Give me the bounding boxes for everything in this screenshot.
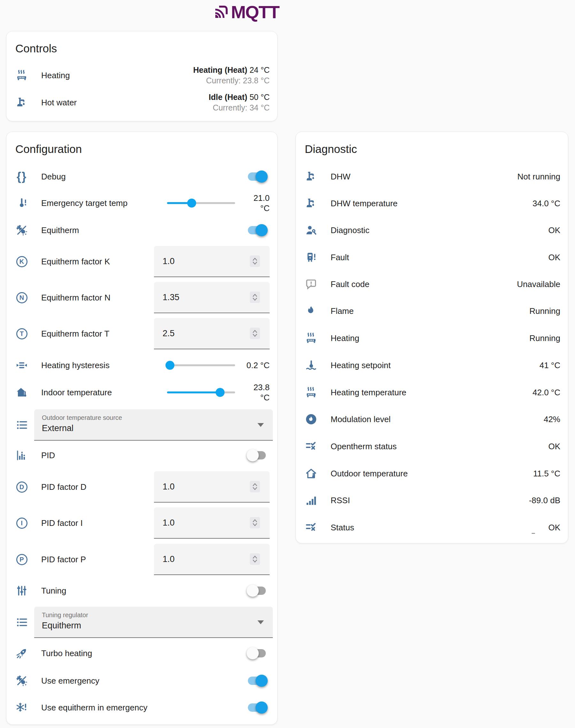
row-value[interactable]: 42.0 °C: [533, 388, 560, 398]
diag-row-diagnostic: Diagnostic OK: [305, 217, 560, 244]
slider-thumb[interactable]: [187, 198, 196, 208]
equitherm-toggle[interactable]: [248, 226, 266, 234]
list-status-icon: [305, 440, 317, 453]
turbo-heating-toggle[interactable]: [248, 649, 266, 657]
diag-row-flame: Flame Running: [305, 298, 560, 324]
pid-toggle[interactable]: [248, 451, 266, 460]
row-value[interactable]: OK: [548, 442, 560, 451]
stepper-icon[interactable]: [250, 292, 260, 303]
row-label: Turbo heating: [41, 649, 92, 658]
row-value[interactable]: Running: [529, 333, 560, 343]
slider-thumb[interactable]: [166, 361, 174, 370]
config-row-pid-factor-i: I PID factor I 1.0: [15, 508, 270, 538]
row-label: Heating hysteresis: [41, 361, 109, 370]
row-label: Heating setpoint: [331, 361, 391, 370]
climate-state[interactable]: Heating (Heat)24 °C Currently: 23.8 °C: [193, 65, 270, 86]
equitherm-factor-k-input[interactable]: 1.0: [154, 246, 270, 277]
controls-card-title: Controls: [15, 42, 57, 55]
select-value: Equitherm: [42, 621, 81, 631]
diagnostic-card-title: Diagnostic: [305, 143, 357, 155]
thermometer-alert-icon: [15, 197, 28, 210]
water-tap-icon: [15, 96, 28, 109]
row-value[interactable]: Unavailable: [517, 279, 560, 289]
equitherm-factor-t-input[interactable]: 2.5: [154, 318, 270, 349]
use-emergency-toggle[interactable]: [248, 677, 266, 685]
slider-value: 21.0°C: [234, 193, 270, 213]
configuration-card-title: Configuration: [15, 143, 82, 155]
water-heater-state[interactable]: Idle (Heat)50 °C Currently: 34 °C: [209, 92, 270, 113]
message-alert-icon: [305, 278, 317, 291]
slider-thumb[interactable]: [215, 388, 225, 397]
row-value[interactable]: 34.0 °C: [533, 198, 560, 209]
row-value[interactable]: Running: [529, 306, 560, 316]
config-row-pid: PID: [15, 442, 270, 469]
emergency-target-temp-slider[interactable]: [167, 198, 235, 208]
config-row-heating-hysteresis: Heating hysteresis 0.2 °C: [15, 352, 270, 379]
row-value[interactable]: OK: [548, 225, 560, 235]
row-label: PID: [41, 450, 55, 461]
indoor-temperature-slider[interactable]: [167, 388, 235, 397]
account-wrench-icon: [305, 224, 317, 236]
stepper-icon[interactable]: [250, 255, 260, 267]
row-label: PID factor D: [41, 482, 87, 492]
water-boiler-alert-icon: [305, 251, 317, 264]
row-value[interactable]: Not running: [517, 172, 560, 182]
row-label: Equitherm factor K: [41, 257, 110, 267]
equitherm-factor-n-input[interactable]: 1.35: [154, 282, 270, 313]
pid-factor-i-input[interactable]: 1.0: [154, 507, 270, 539]
row-label: Equitherm factor T: [41, 329, 109, 339]
current-temperature: Currently: 23.8 °C: [193, 75, 270, 86]
snowflake-alert-icon: [15, 701, 28, 714]
diag-row-rssi: RSSI -89.0 dB: [305, 487, 560, 514]
pid-factor-d-input[interactable]: 1.0: [154, 471, 270, 503]
config-row-equitherm-factor-t: T Equitherm factor T 2.5: [15, 318, 270, 349]
pid-factor-p-input[interactable]: 1.0: [154, 544, 270, 575]
radiator-icon: [305, 332, 317, 344]
controls-row-hot-water: Hot water Idle (Heat)50 °C Currently: 34…: [15, 89, 270, 116]
alpha-d-circle-icon: D: [16, 481, 28, 493]
row-value[interactable]: OK: [548, 253, 560, 262]
config-row-tuning-regulator: Tuning regulator Equitherm: [15, 607, 270, 638]
sun-snowflake-icon: [15, 675, 28, 687]
diag-row-heating: Heating Running: [305, 325, 560, 352]
tooltip-artifact: [532, 533, 535, 534]
stepper-icon[interactable]: [250, 481, 260, 493]
tune-vertical-icon: [15, 584, 28, 597]
current-temperature: Currently: 34 °C: [209, 103, 270, 113]
row-label: Outdoor temperature: [331, 469, 408, 479]
radiator-icon: [305, 386, 317, 399]
config-row-outdoor-temperature-source: Outdoor temperature source External: [15, 410, 270, 440]
diag-row-dhw-temperature: DHW temperature 34.0 °C: [305, 190, 560, 217]
row-value[interactable]: 42%: [544, 414, 560, 424]
row-value[interactable]: 41 °C: [540, 361, 560, 370]
tuning-regulator-select[interactable]: Tuning regulator Equitherm: [34, 607, 273, 638]
diag-row-fault-code: Fault code Unavailable: [305, 271, 560, 298]
row-value[interactable]: -89.0 dB: [529, 496, 560, 505]
device-page: MQTT Controls Heating Heating (Heat)24 °…: [0, 0, 575, 728]
tuning-toggle[interactable]: [248, 587, 266, 595]
diag-row-outdoor-temperature: Outdoor temperature 11.5 °C: [305, 460, 560, 487]
row-value[interactable]: 11.5 °C: [533, 469, 560, 479]
row-label: DHW temperature: [331, 198, 398, 209]
row-label: Heating: [331, 333, 360, 343]
use-equitherm-in-emergency-toggle[interactable]: [248, 703, 266, 712]
stepper-icon[interactable]: [250, 517, 260, 529]
stepper-icon[interactable]: [250, 553, 260, 565]
alpha-p-circle-icon: P: [16, 554, 28, 565]
diag-row-dhw: DHW Not running: [305, 163, 560, 190]
row-label: Emergency target temp: [41, 198, 128, 208]
alpha-n-circle-icon: N: [16, 292, 28, 303]
config-row-equitherm-factor-n: N Equitherm factor N 1.35: [15, 282, 270, 313]
outdoor-temperature-source-select[interactable]: Outdoor temperature source External: [34, 409, 273, 441]
config-row-indoor-temperature: Indoor temperature 23.8°C: [15, 379, 270, 406]
rocket-icon: [15, 647, 28, 660]
water-tap-icon: [305, 170, 317, 183]
row-label: Heating: [41, 71, 70, 80]
row-value[interactable]: OK: [548, 523, 560, 533]
config-row-equitherm-factor-k: K Equitherm factor K 1.0: [15, 246, 270, 277]
stepper-icon[interactable]: [250, 328, 260, 339]
hysteresis-arrows-icon: [15, 359, 28, 372]
heating-hysteresis-slider[interactable]: [167, 361, 235, 370]
debug-toggle[interactable]: [248, 173, 266, 181]
configuration-card: Configuration {} Debug Emergency target …: [6, 132, 278, 725]
